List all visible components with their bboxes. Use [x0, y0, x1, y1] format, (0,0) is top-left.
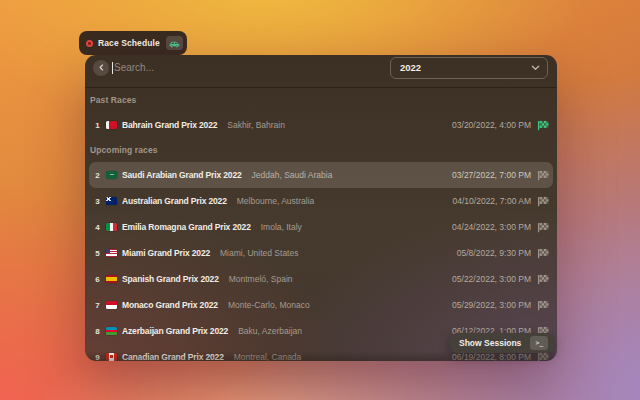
race-datetime: 05/22/2022, 3:00 PM [452, 274, 531, 284]
race-car-icon [166, 36, 183, 50]
race-row[interactable]: 6 Spanish Grand Prix 2022 Montmeló, Spai… [89, 266, 553, 292]
search-input[interactable]: Search... [112, 62, 390, 74]
race-number: 4 [93, 223, 102, 232]
race-number: 1 [93, 121, 102, 130]
race-number: 7 [93, 301, 102, 310]
race-row[interactable]: 4 Emilia Romagna Grand Prix 2022 Imola, … [89, 214, 553, 240]
race-list: Past Races 1 Bahrain Grand Prix 2022 Sak… [85, 88, 557, 361]
checkered-flag-icon [537, 274, 549, 285]
checkered-flag-icon [537, 222, 549, 233]
checkered-flag-icon [537, 248, 549, 259]
race-schedule-window: Search... 2022 Past Races 1 Bahrain Gran… [85, 55, 557, 361]
country-flag-icon [106, 121, 117, 129]
checkered-flag-icon [537, 120, 549, 131]
show-sessions-hint[interactable]: Show Sessions >_ [450, 333, 554, 353]
year-dropdown[interactable]: 2022 [390, 57, 548, 79]
race-datetime: 03/20/2022, 4:00 PM [452, 120, 531, 130]
race-location: Imola, Italy [261, 222, 302, 232]
race-datetime: 06/19/2022, 8:00 PM [452, 352, 531, 361]
race-name: Monaco Grand Prix 2022 [122, 300, 218, 310]
window-title-badge: Race Schedule [79, 31, 187, 55]
country-flag-icon [106, 197, 117, 205]
year-dropdown-value: 2022 [400, 62, 421, 73]
race-name: Azerbaijan Grand Prix 2022 [122, 326, 228, 336]
country-flag-icon [106, 223, 117, 231]
search-placeholder: Search... [114, 62, 154, 73]
race-location: Sakhir, Bahrain [227, 120, 285, 130]
country-flag-icon [106, 327, 117, 335]
country-flag-icon [106, 249, 117, 257]
race-datetime: 05/8/2022, 9:30 PM [457, 248, 531, 258]
race-name: Australian Grand Prix 2022 [122, 196, 227, 206]
race-row[interactable]: 2 Saudi Arabian Grand Prix 2022 Jeddah, … [89, 162, 553, 188]
search-bar: Search... 2022 [85, 55, 557, 88]
race-location: Jeddah, Saudi Arabia [252, 170, 333, 180]
race-row[interactable]: 7 Monaco Grand Prix 2022 Monte-Carlo, Mo… [89, 292, 553, 318]
race-location: Monte-Carlo, Monaco [228, 300, 310, 310]
country-flag-icon [106, 353, 117, 361]
window-title: Race Schedule [98, 38, 160, 48]
race-number: 3 [93, 197, 102, 206]
race-row[interactable]: 5 Miami Grand Prix 2022 Miami, United St… [89, 240, 553, 266]
country-flag-icon [106, 171, 117, 179]
race-name: Bahrain Grand Prix 2022 [122, 120, 217, 130]
race-name: Saudi Arabian Grand Prix 2022 [122, 170, 242, 180]
section-label: Upcoming races [85, 138, 557, 162]
race-number: 2 [93, 171, 102, 180]
country-flag-icon [106, 275, 117, 283]
race-location: Montreal, Canada [234, 352, 302, 361]
race-number: 6 [93, 275, 102, 284]
race-location: Melbourne, Australia [237, 196, 315, 206]
race-datetime: 05/29/2022, 3:00 PM [452, 300, 531, 310]
chevron-down-icon [531, 63, 540, 72]
section-label: Past Races [85, 88, 557, 112]
race-row[interactable]: 1 Bahrain Grand Prix 2022 Sakhir, Bahrai… [89, 112, 553, 138]
record-dot-icon [86, 40, 93, 47]
race-datetime: 04/10/2022, 7:00 AM [453, 196, 531, 206]
race-name: Miami Grand Prix 2022 [122, 248, 210, 258]
race-number: 5 [93, 249, 102, 258]
back-button[interactable] [93, 60, 109, 76]
country-flag-icon [106, 301, 117, 309]
race-name: Canadian Grand Prix 2022 [122, 352, 224, 361]
checkered-flag-icon [537, 170, 549, 181]
checkered-flag-icon [537, 300, 549, 311]
race-number: 9 [93, 353, 102, 362]
race-number: 8 [93, 327, 102, 336]
text-caret [112, 62, 113, 74]
race-location: Miami, United States [220, 248, 298, 258]
desktop: { "window_badge": { "title": "Race Sched… [0, 0, 640, 400]
race-datetime: 04/24/2022, 3:00 PM [452, 222, 531, 232]
race-row[interactable]: 3 Australian Grand Prix 2022 Melbourne, … [89, 188, 553, 214]
checkered-flag-icon [537, 196, 549, 207]
show-sessions-label: Show Sessions [459, 338, 521, 348]
terminal-key-icon: >_ [530, 336, 548, 350]
race-name: Emilia Romagna Grand Prix 2022 [122, 222, 251, 232]
race-name: Spanish Grand Prix 2022 [122, 274, 219, 284]
race-location: Montmeló, Spain [229, 274, 293, 284]
race-datetime: 03/27/2022, 7:00 PM [452, 170, 531, 180]
race-location: Baku, Azerbaijan [238, 326, 302, 336]
